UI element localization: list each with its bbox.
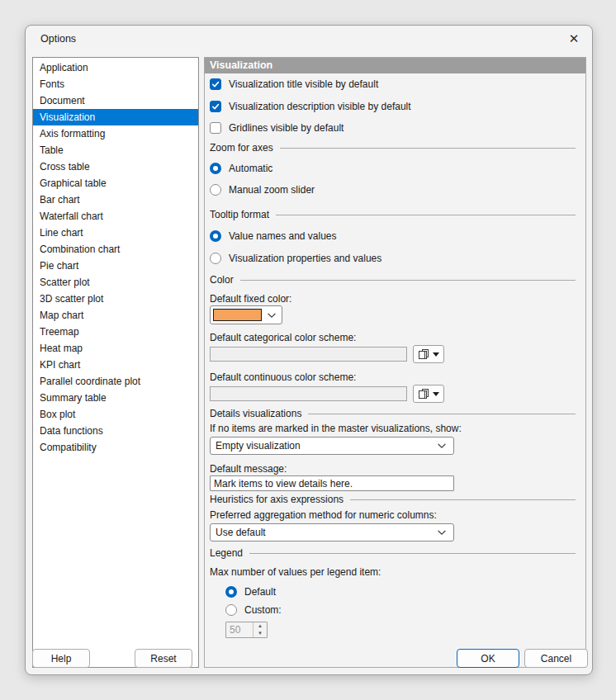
fixed-color-label: Default fixed color: bbox=[210, 293, 291, 305]
radio-unselected-icon[interactable] bbox=[225, 604, 237, 616]
category-list: Application Fonts Document Visualization… bbox=[32, 57, 199, 668]
checkbox-description-visible[interactable]: Visualization description visible by def… bbox=[210, 101, 411, 112]
aggregation-method-dropdown[interactable]: Use default bbox=[210, 523, 454, 542]
radio-label: Custom: bbox=[244, 604, 282, 616]
categorical-scheme-picker-button[interactable] bbox=[413, 345, 444, 363]
chevron-down-icon bbox=[437, 441, 447, 451]
checkbox-title-visible[interactable]: Visualization title visible by default bbox=[210, 78, 378, 90]
group-header-zoom-for-axes: Zoom for axes bbox=[210, 142, 576, 154]
sidebar-item-line-chart[interactable]: Line chart bbox=[33, 225, 198, 241]
radio-selected-icon[interactable] bbox=[210, 230, 221, 242]
radio-legend-custom[interactable]: Custom: bbox=[225, 604, 282, 616]
continuous-scheme-picker-button[interactable] bbox=[413, 385, 444, 403]
spinner-down-icon[interactable]: ▼ bbox=[254, 630, 267, 637]
sidebar-item-summary-table[interactable]: Summary table bbox=[33, 390, 198, 406]
sidebar-item-3d-scatter-plot[interactable]: 3D scatter plot bbox=[33, 291, 198, 307]
group-header-tooltip-format: Tooltip format bbox=[210, 209, 576, 220]
panel-header: Visualization bbox=[205, 58, 585, 73]
categorical-scheme-field bbox=[210, 347, 407, 362]
checkbox-label: Visualization title visible by default bbox=[229, 78, 378, 90]
separator-line bbox=[276, 215, 576, 215]
separator-line bbox=[308, 414, 576, 414]
radio-label: Automatic bbox=[229, 163, 272, 174]
sidebar-item-treemap[interactable]: Treemap bbox=[33, 324, 198, 340]
cancel-button[interactable]: Cancel bbox=[524, 649, 588, 668]
radio-selected-icon[interactable] bbox=[210, 163, 221, 174]
radio-label: Default bbox=[244, 586, 276, 598]
color-schemes-icon bbox=[418, 348, 429, 360]
spinner-up-icon[interactable]: ▲ bbox=[254, 622, 267, 630]
radio-manual-zoom-slider[interactable]: Manual zoom slider bbox=[210, 184, 315, 196]
separator-line bbox=[280, 148, 576, 149]
dropdown-arrow-icon bbox=[433, 392, 439, 396]
window-title: Options bbox=[40, 33, 76, 45]
group-header-legend: Legend bbox=[210, 547, 576, 559]
no-items-marked-dropdown[interactable]: Empty visualization bbox=[210, 437, 454, 455]
close-icon[interactable]: ✕ bbox=[566, 31, 581, 46]
checkbox-gridlines-visible[interactable]: Gridlines visible by default bbox=[210, 122, 344, 134]
sidebar-item-bar-chart[interactable]: Bar chart bbox=[33, 192, 198, 208]
max-legend-values-label: Max number of values per legend item: bbox=[210, 566, 381, 578]
sidebar-item-pie-chart[interactable]: Pie chart bbox=[33, 258, 198, 274]
sidebar-item-waterfall-chart[interactable]: Waterfall chart bbox=[33, 208, 198, 225]
group-header-details-visualizations: Details visualizations bbox=[210, 408, 576, 419]
separator-line bbox=[249, 553, 576, 554]
radio-value-names-and-values[interactable]: Value names and values bbox=[210, 230, 337, 242]
default-message-label: Default message: bbox=[210, 463, 287, 475]
spinner-value: 50 bbox=[226, 622, 253, 637]
radio-automatic[interactable]: Automatic bbox=[210, 163, 272, 174]
sidebar-item-compatibility[interactable]: Compatibility bbox=[33, 439, 198, 456]
checkbox-checked-icon[interactable] bbox=[210, 78, 221, 90]
titlebar: Options ✕ bbox=[26, 26, 592, 52]
sidebar-item-application[interactable]: Application bbox=[33, 59, 198, 76]
continuous-scheme-label: Default continuous color scheme: bbox=[210, 371, 356, 383]
sidebar-item-box-plot[interactable]: Box plot bbox=[33, 406, 198, 423]
custom-value-spinner[interactable]: 50 ▲ ▼ bbox=[225, 622, 268, 638]
chevron-down-icon bbox=[267, 310, 277, 320]
checkbox-checked-icon[interactable] bbox=[210, 101, 221, 112]
radio-label: Manual zoom slider bbox=[229, 184, 315, 196]
dropdown-arrow-icon bbox=[433, 352, 439, 357]
sidebar-item-fonts[interactable]: Fonts bbox=[33, 76, 198, 92]
radio-selected-icon[interactable] bbox=[225, 586, 237, 598]
sidebar-item-graphical-table[interactable]: Graphical table bbox=[33, 175, 198, 192]
separator-line bbox=[350, 499, 576, 500]
color-swatch bbox=[213, 309, 262, 321]
sidebar-item-scatter-plot[interactable]: Scatter plot bbox=[33, 274, 198, 291]
sidebar-item-heat-map[interactable]: Heat map bbox=[33, 340, 198, 357]
fixed-color-dropdown[interactable] bbox=[210, 305, 282, 324]
sidebar-item-visualization[interactable]: Visualization bbox=[33, 109, 198, 125]
checkbox-unchecked-icon[interactable] bbox=[210, 122, 221, 134]
options-dialog: Options ✕ Application Fonts Document Vis… bbox=[25, 25, 593, 675]
radio-label: Value names and values bbox=[229, 230, 337, 242]
color-schemes-icon bbox=[418, 388, 429, 400]
settings-panel: Visualization Visualization title visibl… bbox=[204, 57, 586, 668]
categorical-scheme-label: Default categorical color scheme: bbox=[210, 332, 356, 343]
reset-button[interactable]: Reset bbox=[135, 649, 192, 668]
sidebar-item-document[interactable]: Document bbox=[33, 92, 198, 109]
help-button[interactable]: Help bbox=[32, 649, 90, 668]
sidebar-item-axis-formatting[interactable]: Axis formatting bbox=[33, 125, 198, 142]
chevron-down-icon bbox=[437, 527, 447, 537]
ok-button[interactable]: OK bbox=[457, 649, 519, 668]
sidebar-item-kpi-chart[interactable]: KPI chart bbox=[33, 357, 198, 373]
default-message-input[interactable] bbox=[210, 475, 454, 491]
sidebar-item-map-chart[interactable]: Map chart bbox=[33, 307, 198, 324]
aggregation-method-label: Preferred aggregation method for numeric… bbox=[210, 509, 437, 521]
checkbox-label: Visualization description visible by def… bbox=[229, 101, 411, 112]
continuous-scheme-field bbox=[210, 386, 407, 401]
radio-label: Visualization properties and values bbox=[229, 253, 381, 264]
checkbox-label: Gridlines visible by default bbox=[229, 122, 344, 134]
radio-unselected-icon[interactable] bbox=[210, 253, 221, 264]
radio-unselected-icon[interactable] bbox=[210, 184, 221, 196]
sidebar-item-combination-chart[interactable]: Combination chart bbox=[33, 241, 198, 258]
separator-line bbox=[240, 280, 576, 281]
radio-visualization-properties[interactable]: Visualization properties and values bbox=[210, 253, 381, 264]
sidebar-item-table[interactable]: Table bbox=[33, 142, 198, 158]
sidebar-item-cross-table[interactable]: Cross table bbox=[33, 158, 198, 175]
sidebar-item-parallel-coordinate-plot[interactable]: Parallel coordinate plot bbox=[33, 373, 198, 390]
radio-legend-default[interactable]: Default bbox=[225, 586, 276, 598]
no-items-marked-label: If no items are marked in the master vis… bbox=[210, 423, 462, 434]
group-header-heuristics: Heuristics for axis expressions bbox=[210, 494, 576, 505]
sidebar-item-data-functions[interactable]: Data functions bbox=[33, 423, 198, 439]
